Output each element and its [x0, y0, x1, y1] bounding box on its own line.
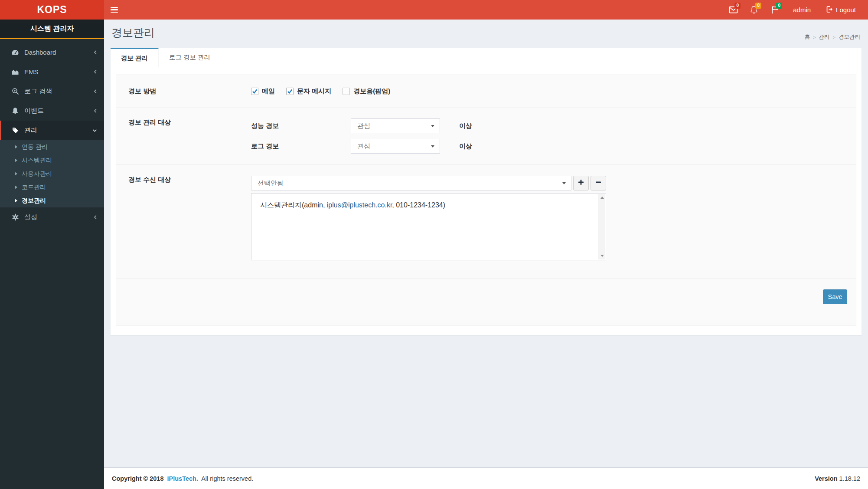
chevron-down-icon [92, 128, 97, 132]
save-button[interactable]: Save [823, 289, 847, 304]
sidebar: 시스템 관리자 Dashboard EMS 로그 검색 [0, 20, 104, 489]
caret-right-icon [15, 185, 17, 189]
flags-badge: 0 [776, 3, 782, 9]
caret-right-icon [15, 158, 17, 162]
tab-log-alert-management[interactable]: 로그 경보 관리 [159, 48, 221, 67]
messages-badge: 0 [734, 3, 741, 9]
dashboard-icon [10, 49, 20, 56]
tab-alert-management[interactable]: 경보 관리 [111, 48, 159, 67]
notifications-badge: 0 [755, 3, 761, 9]
receiver-select[interactable]: 선택안됨 [251, 176, 571, 190]
footer-company-link[interactable]: iPlusTech. [167, 475, 198, 482]
sidebar-toggle-button[interactable] [104, 0, 124, 20]
log-level-select[interactable]: 관심 [351, 139, 440, 154]
select-value: 관심 [357, 122, 370, 130]
sidebar-item-dashboard[interactable]: Dashboard [0, 43, 104, 62]
receiver-list-item[interactable]: 시스템관리자(admin, iplus@iplustech.co.kr, 010… [251, 194, 606, 210]
sidebar-item-log-search[interactable]: 로그 검색 [0, 82, 104, 101]
search-plus-icon [10, 88, 20, 95]
page-title: 경보관리 [111, 26, 861, 40]
footer-copyright: Copyright © 2018 [112, 475, 163, 482]
breadcrumb-current: 경보관리 [839, 33, 860, 41]
footer-version-label: Version [815, 475, 837, 482]
checkbox-mail[interactable]: 메일 [251, 87, 275, 95]
receiver-text: , 010-1234-1234) [392, 201, 445, 209]
top-navbar: KOPS 0 0 0 admin [0, 0, 868, 20]
minus-icon [595, 179, 601, 187]
chevron-left-icon [93, 69, 97, 74]
caret-right-icon [15, 145, 17, 149]
chevron-left-icon [93, 215, 97, 220]
breadcrumb-separator: > [813, 35, 816, 40]
breadcrumb-section[interactable]: 관리 [819, 33, 830, 41]
log-alert-label: 로그 경보 [251, 142, 351, 151]
hamburger-icon [111, 7, 118, 13]
caret-right-icon [15, 172, 17, 176]
area-chart-icon [10, 69, 20, 75]
sidebar-subitem-code-management[interactable]: 코드관리 [0, 181, 104, 194]
sidebar-subitem-user-management[interactable]: 사용자관리 [0, 167, 104, 181]
bell-icon [10, 107, 20, 115]
sidebar-subitem-alert-management[interactable]: 경보관리 [0, 194, 104, 207]
checkbox-sms[interactable]: 문자 메시지 [286, 87, 331, 95]
caret-right-icon [15, 199, 17, 203]
footer-rights: All rights reserved. [201, 475, 253, 482]
checkbox-alarm-popup[interactable]: 경보음(팝업) [343, 87, 390, 95]
user-menu[interactable]: admin [787, 0, 817, 20]
breadcrumb-home[interactable]: 홈 [805, 33, 810, 41]
receiver-email-link[interactable]: iplus@iplustech.co.kr [327, 201, 392, 209]
scroll-up-icon[interactable] [598, 194, 606, 201]
sidebar-subitem-label: 코드관리 [22, 184, 46, 191]
tag-icon [10, 127, 20, 134]
chevron-left-icon [93, 89, 97, 94]
scrollbar[interactable] [598, 194, 605, 259]
performance-alert-label: 성능 경보 [251, 122, 351, 130]
sidebar-item-label: Dashboard [24, 49, 93, 56]
alert-receiver-label: 경보 수신 대상 [128, 176, 251, 260]
chevron-left-icon [93, 50, 97, 55]
sidebar-item-management[interactable]: 관리 [0, 121, 104, 140]
or-higher-label: 이상 [459, 122, 472, 130]
chevron-left-icon [93, 108, 97, 113]
alert-management-widget: 경보 관리 로그 경보 관리 경보 방법 메일 [111, 48, 861, 335]
checkbox-icon [343, 88, 350, 95]
logout-button[interactable]: Logout [820, 0, 861, 20]
select-caret-icon [431, 125, 434, 127]
breadcrumb: 홈 > 관리 > 경보관리 [805, 33, 860, 41]
sidebar-role-title: 시스템 관리자 [0, 20, 104, 39]
checkbox-icon [251, 88, 258, 95]
sidebar-subitem-label: 사용자관리 [22, 170, 52, 178]
select-value: 관심 [357, 142, 370, 151]
checkbox-label: 메일 [262, 87, 275, 95]
flags-button[interactable]: 0 [766, 0, 783, 20]
messages-button[interactable]: 0 [724, 0, 742, 20]
select-caret-icon [431, 145, 434, 148]
plus-icon [578, 179, 584, 187]
sidebar-item-ems[interactable]: EMS [0, 62, 104, 82]
sidebar-item-label: 이벤트 [24, 107, 93, 115]
breadcrumb-separator: > [833, 35, 835, 40]
sidebar-subitem-link-management[interactable]: 연동 관리 [0, 140, 104, 154]
gear-icon [10, 213, 20, 221]
sidebar-subitem-label: 시스템관리 [22, 157, 52, 164]
sidebar-item-events[interactable]: 이벤트 [0, 101, 104, 121]
sidebar-item-label: EMS [24, 68, 93, 75]
alert-target-label: 경보 관리 대상 [128, 118, 251, 154]
logout-icon [826, 6, 833, 14]
remove-receiver-button[interactable] [591, 176, 606, 190]
footer-version-value: 1.18.12 [839, 475, 860, 482]
notifications-button[interactable]: 0 [745, 0, 763, 20]
sidebar-item-settings[interactable]: 설정 [0, 207, 104, 227]
performance-level-select[interactable]: 관심 [351, 118, 440, 133]
alert-method-label: 경보 방법 [128, 87, 251, 95]
sidebar-item-label: 로그 검색 [24, 87, 93, 95]
scroll-down-icon[interactable] [598, 252, 606, 259]
receiver-list: 시스템관리자(admin, iplus@iplustech.co.kr, 010… [251, 193, 606, 260]
sidebar-subitem-label: 연동 관리 [22, 143, 48, 151]
brand-logo[interactable]: KOPS [0, 0, 104, 20]
add-receiver-button[interactable] [573, 176, 589, 190]
sidebar-subitem-system-management[interactable]: 시스템관리 [0, 154, 104, 167]
sidebar-subitem-label: 경보관리 [22, 197, 46, 205]
receiver-text: 시스템관리자(admin, [260, 201, 327, 209]
logout-label: Logout [836, 6, 856, 13]
